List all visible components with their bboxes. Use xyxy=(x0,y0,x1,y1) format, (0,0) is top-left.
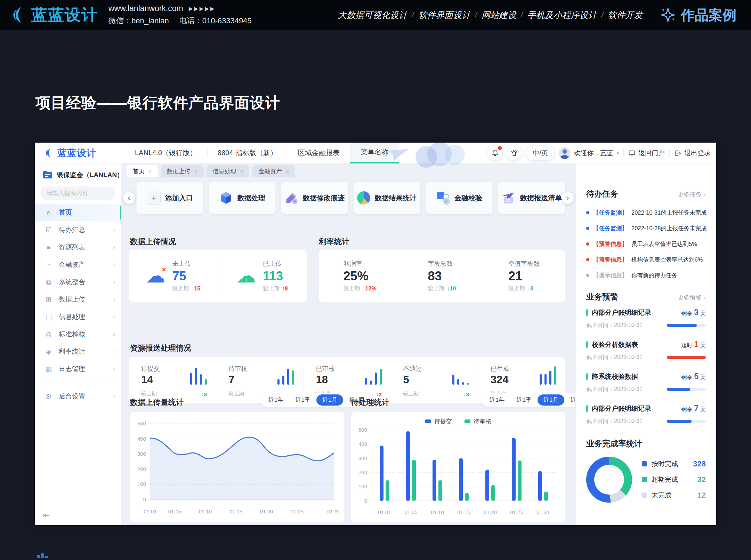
todo-item[interactable]: 【任务监测】2022-10-31的上报任务未完成 xyxy=(586,205,706,221)
sidebar-item-资源列表[interactable]: ≡资源列表› xyxy=(35,239,121,256)
dashboard-logo-text: 蓝蓝设计 xyxy=(57,147,96,159)
progress-bar xyxy=(667,324,706,327)
tab-信息处理[interactable]: 信息处理× xyxy=(207,165,250,177)
warning-item[interactable]: 内部分户账明细记录剩余3天截止时间：2023-10-31 xyxy=(586,302,706,334)
filter-近1年[interactable]: 近1年 xyxy=(263,394,289,406)
sidebar-item-数据上传[interactable]: ⊞数据上传› xyxy=(35,291,121,308)
sidebar-item-标准检核[interactable]: ◎标准检核› xyxy=(35,326,121,343)
warning-status: 超时1天 xyxy=(681,340,706,349)
completion-donut-chart xyxy=(586,457,632,503)
pen-icon: ✎ xyxy=(284,191,298,205)
green-tick-decoration xyxy=(586,341,588,348)
quick-actions-prev-button[interactable]: ‹ xyxy=(123,192,135,204)
filter-近1月[interactable]: 近1月 xyxy=(316,394,343,406)
rate-stats-card: 利润率25%较上期↑12%字段总数83较上期↓10空值字段数21较上期↓3 xyxy=(319,250,565,302)
legend-swatch xyxy=(642,493,647,498)
filter-近1季[interactable]: 近1季 xyxy=(510,394,537,406)
completion-legend: 按时完成328超期完成32未完成12 xyxy=(642,456,706,503)
logout-link[interactable]: 退出登录 xyxy=(674,149,711,158)
upload-volume-line-chart-card: 010020030040050001.0101.0501.1001.1501.2… xyxy=(130,412,344,522)
nav-item[interactable]: 区域金融报表 xyxy=(288,143,350,163)
close-icon[interactable]: × xyxy=(240,168,243,174)
service-item[interactable]: 手机及小程序设计 xyxy=(527,9,597,21)
todo-item[interactable]: 【预警信息】员工表表空值率已达到5% xyxy=(586,236,706,252)
sidebar-item-待办汇总[interactable]: ☑待办汇总› xyxy=(35,221,121,239)
search-input[interactable] xyxy=(46,190,124,197)
svg-text:0: 0 xyxy=(364,498,367,504)
user-menu[interactable]: 欢迎你，蓝蓝 ▾ xyxy=(559,147,619,159)
warning-item[interactable]: 校验分析数据表超时1天截止时间：2023-10-31 xyxy=(586,334,706,366)
warning-name: 内部分户账明细记录 xyxy=(592,308,681,317)
quick-action-金融校验[interactable]: ✓金融校验 xyxy=(426,182,493,214)
welcome-text: 欢迎你，蓝蓝 xyxy=(574,149,613,158)
sidebar-item-后台设置[interactable]: ⚙后台设置› xyxy=(35,388,121,405)
quick-action-数据修改痕迹[interactable]: ✎数据修改痕迹 xyxy=(281,182,348,214)
todo-text: 你有新的待办任务 xyxy=(631,272,677,279)
todo-item[interactable]: 【提示信息】你有新的待办任务 xyxy=(586,267,706,283)
service-item[interactable]: 软件界面设计 xyxy=(418,9,470,21)
quick-action-数据处理[interactable]: 数据处理 xyxy=(209,182,276,214)
todo-text: 2022-10-28的上报任务未完成 xyxy=(631,225,706,232)
theme-skin-button[interactable] xyxy=(507,146,522,160)
logout-icon xyxy=(674,150,681,157)
sidebar-item-利率统计[interactable]: ◈利率统计› xyxy=(35,343,121,360)
quick-action-数据报送清单[interactable]: ✓数据报送清单 xyxy=(498,182,565,214)
todo-item[interactable]: 【任务监测】2022-10-28的上报任务未完成 xyxy=(586,221,706,236)
service-item[interactable]: 大数据可视化设计 xyxy=(338,9,407,21)
sidebar-item-信息处理[interactable]: ▤信息处理› xyxy=(35,308,121,326)
service-item[interactable]: 软件开发 xyxy=(608,9,643,21)
sidebar-item-label: 利率统计 xyxy=(59,347,107,356)
quick-action-添加入口[interactable]: +添加入口 xyxy=(136,182,203,214)
sidebar-item-系统整合[interactable]: ⧉系统整合› xyxy=(35,273,121,291)
notification-bell-button[interactable] xyxy=(488,146,502,160)
bar-chart-legend: 待提交待审核 xyxy=(351,417,565,425)
more-tasks-link[interactable]: 更多任务› xyxy=(678,191,706,199)
sidebar-item-日志管理[interactable]: ▦日志管理› xyxy=(35,360,121,378)
org-selector[interactable]: 银保监会（LANLAN） ▾ xyxy=(42,170,116,179)
svg-text:01.25: 01.25 xyxy=(291,509,304,514)
todo-tag: 【任务监测】 xyxy=(593,225,628,232)
stat-delta: ↓8 xyxy=(201,391,207,397)
sidebar-item-首页[interactable]: ⌂首页 xyxy=(35,204,121,221)
tab-数据上传[interactable]: 数据上传× xyxy=(161,165,204,177)
divider xyxy=(669,149,670,157)
more-warnings-link[interactable]: 更多预警› xyxy=(678,294,706,302)
divider xyxy=(35,383,121,383)
svg-text:01.31: 01.31 xyxy=(327,509,340,514)
chevron-right-icon: › xyxy=(113,366,115,373)
filter-近1季[interactable]: 近1季 xyxy=(289,394,316,406)
warning-item[interactable]: 跨系统校验数据剩余5天截止时间：2023-10-31 xyxy=(586,366,706,398)
close-icon[interactable]: × xyxy=(194,168,197,174)
svg-text:0: 0 xyxy=(143,496,146,502)
quick-actions-next-button[interactable]: › xyxy=(562,192,574,204)
tab-label: 首页 xyxy=(133,167,145,175)
nav-item[interactable]: 8804-指标版（新） xyxy=(207,143,288,163)
legend-item-待审核[interactable]: 待审核 xyxy=(465,417,491,425)
close-icon[interactable]: × xyxy=(286,168,289,174)
warning-name: 内部分户账明细记录 xyxy=(592,404,681,413)
return-portal-link[interactable]: 返回门户 xyxy=(628,149,665,158)
todo-item[interactable]: 【预警信息】机构信息表空表率已达到6% xyxy=(586,252,706,267)
language-toggle[interactable]: 中/英 xyxy=(526,146,554,160)
plus-icon: + xyxy=(147,191,161,205)
todo-panel-title: 待办任务 xyxy=(586,189,618,199)
delta-label: 较上期 xyxy=(403,391,422,397)
filter-近1月[interactable]: 近1月 xyxy=(538,394,564,406)
sidebar-search[interactable] xyxy=(40,186,116,200)
legend-item-待提交[interactable]: 待提交 xyxy=(425,417,452,425)
sidebar-collapse-button[interactable]: ⇤ xyxy=(43,511,49,520)
todo-tag: 【提示信息】 xyxy=(593,272,628,279)
tab-金融资产[interactable]: 金融资产× xyxy=(252,165,295,177)
filter-近1年[interactable]: 近1年 xyxy=(484,394,510,406)
warning-item[interactable]: 内部分户账明细记录剩余7天截止时间：2023-10-31 xyxy=(586,398,706,430)
service-separator: / xyxy=(412,11,414,19)
close-icon[interactable]: × xyxy=(148,168,152,174)
sidebar-item-金融资产[interactable]: ◔金融资产› xyxy=(35,256,121,273)
site-logo-text: 蓝蓝设计 xyxy=(31,4,98,26)
legend-swatch xyxy=(642,461,647,466)
service-item[interactable]: 网站建设 xyxy=(482,9,516,21)
nav-item[interactable]: LANL4.0（银行版） xyxy=(124,143,207,163)
quick-action-数据结果统计[interactable]: 数据结果统计 xyxy=(353,182,420,214)
legend-label: 超期完成 xyxy=(652,475,697,484)
tab-首页[interactable]: 首页× xyxy=(127,165,158,177)
